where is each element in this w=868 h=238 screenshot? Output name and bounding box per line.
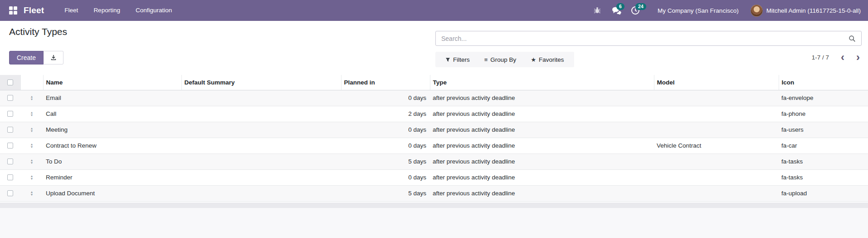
column-header-name[interactable]: Name	[43, 75, 181, 90]
pager-range: 1-7 / 7	[812, 54, 829, 61]
search-bar	[435, 31, 862, 46]
drag-handle-icon[interactable]: ▲▼	[20, 90, 43, 106]
top-navbar: Fleet Fleet Reporting Configuration 6	[0, 0, 868, 21]
column-header-type[interactable]: Type	[430, 75, 654, 90]
star-icon: ★	[531, 56, 536, 63]
drag-handle-icon[interactable]: ▲▼	[20, 185, 43, 201]
cell-planned-in: 0 days	[341, 138, 430, 154]
export-button[interactable]	[44, 51, 63, 64]
column-header-model[interactable]: Model	[654, 75, 779, 90]
list-view: Name Default Summary Planned in Type Mod…	[0, 75, 868, 238]
cell-model	[654, 154, 779, 169]
pager-previous-icon[interactable]: ‹	[841, 53, 844, 62]
cell-default-summary	[181, 90, 341, 106]
group-by-button[interactable]: ≡ Group By	[477, 52, 524, 67]
download-icon	[50, 55, 57, 61]
company-switcher[interactable]: My Company (San Francisco)	[647, 7, 747, 14]
cell-planned-in: 5 days	[341, 154, 430, 169]
content-background	[0, 208, 868, 238]
cell-name: Upload Document	[43, 185, 181, 201]
favorites-button[interactable]: ★ Favorites	[523, 52, 571, 67]
table-row[interactable]: ▲▼ Call 2 days after previous activity d…	[0, 106, 868, 122]
debug-bug-icon[interactable]	[590, 3, 605, 18]
cell-model	[654, 122, 779, 138]
user-name: Mitchell Admin (11617725-15-0-all)	[766, 7, 861, 14]
page-title: Activity Types	[9, 26, 67, 37]
row-checkbox[interactable]	[7, 127, 13, 133]
cell-type: after previous activity deadline	[430, 106, 654, 122]
table-header-row: Name Default Summary Planned in Type Mod…	[0, 75, 868, 90]
pager-next-icon[interactable]: ›	[856, 53, 860, 62]
cell-model	[654, 106, 779, 122]
app-brand[interactable]: Fleet	[24, 5, 44, 15]
cell-default-summary	[181, 106, 341, 122]
cell-name: Email	[43, 90, 181, 106]
cell-name: To Do	[43, 154, 181, 169]
filter-funnel-icon	[445, 57, 450, 62]
table-row[interactable]: ▲▼ To Do 5 days after previous activity …	[0, 154, 868, 169]
row-checkbox[interactable]	[7, 174, 13, 180]
search-input[interactable]	[436, 35, 846, 42]
table-row[interactable]: ▲▼ Contract to Renew 0 days after previo…	[0, 138, 868, 154]
column-header-default-summary[interactable]: Default Summary	[181, 75, 341, 90]
cell-icon: fa-upload	[779, 185, 868, 201]
table-row[interactable]: ▲▼ Upload Document 5 days after previous…	[0, 185, 868, 201]
group-by-icon: ≡	[484, 56, 488, 63]
drag-handle-icon[interactable]: ▲▼	[20, 154, 43, 169]
cell-default-summary	[181, 122, 341, 138]
cell-icon: fa-tasks	[779, 154, 868, 169]
table-row[interactable]: ▲▼ Email 0 days after previous activity …	[0, 90, 868, 106]
menu-fleet[interactable]: Fleet	[57, 0, 86, 21]
messages-badge: 6	[616, 3, 624, 10]
table-footer-strip	[0, 203, 868, 208]
column-header-planned-in[interactable]: Planned in	[341, 75, 430, 90]
drag-handle-icon[interactable]: ▲▼	[20, 122, 43, 138]
user-menu[interactable]: Mitchell Admin (11617725-15-0-all)	[751, 5, 861, 17]
create-button[interactable]: Create	[9, 51, 44, 64]
cell-icon: fa-phone	[779, 106, 868, 122]
cell-name: Meeting	[43, 122, 181, 138]
column-header-icon[interactable]: Icon	[779, 75, 868, 90]
cell-model	[654, 185, 779, 201]
cell-planned-in: 0 days	[341, 90, 430, 106]
row-checkbox[interactable]	[7, 95, 13, 101]
row-checkbox[interactable]	[7, 111, 13, 117]
cell-icon: fa-envelope	[779, 90, 868, 106]
apps-menu-icon[interactable]	[9, 6, 17, 15]
menu-configuration[interactable]: Configuration	[128, 0, 180, 21]
search-options-bar: Filters ≡ Group By ★ Favorites	[435, 52, 574, 67]
cell-model	[654, 90, 779, 106]
cell-icon: fa-users	[779, 122, 868, 138]
select-all-checkbox[interactable]	[7, 79, 13, 85]
activities-badge: 24	[635, 3, 646, 10]
activities-clock-icon[interactable]: 24	[628, 3, 643, 18]
filters-button[interactable]: Filters	[438, 52, 477, 67]
messages-icon[interactable]: 6	[609, 3, 624, 18]
cell-type: after previous activity deadline	[430, 154, 654, 169]
table-row[interactable]: ▲▼ Meeting 0 days after previous activit…	[0, 122, 868, 138]
user-avatar	[751, 5, 763, 17]
cell-model: Vehicle Contract	[654, 138, 779, 154]
handle-column-header	[20, 75, 43, 90]
activity-types-table: Name Default Summary Planned in Type Mod…	[0, 75, 868, 202]
cell-name: Reminder	[43, 169, 181, 185]
cell-icon: fa-tasks	[779, 169, 868, 185]
table-row[interactable]: ▲▼ Reminder 0 days after previous activi…	[0, 169, 868, 185]
drag-handle-icon[interactable]: ▲▼	[20, 169, 43, 185]
cell-type: after previous activity deadline	[430, 90, 654, 106]
row-checkbox[interactable]	[7, 159, 13, 164]
drag-handle-icon[interactable]: ▲▼	[20, 106, 43, 122]
cell-default-summary	[181, 169, 341, 185]
cell-type: after previous activity deadline	[430, 138, 654, 154]
cell-planned-in: 2 days	[341, 106, 430, 122]
row-checkbox[interactable]	[7, 190, 13, 196]
cell-name: Call	[43, 106, 181, 122]
drag-handle-icon[interactable]: ▲▼	[20, 138, 43, 154]
cell-default-summary	[181, 154, 341, 169]
cell-default-summary	[181, 138, 341, 154]
cell-type: after previous activity deadline	[430, 122, 654, 138]
row-checkbox[interactable]	[7, 143, 13, 149]
pager: 1-7 / 7 ‹ ›	[812, 53, 860, 62]
menu-reporting[interactable]: Reporting	[86, 0, 128, 21]
search-icon[interactable]	[846, 35, 861, 42]
